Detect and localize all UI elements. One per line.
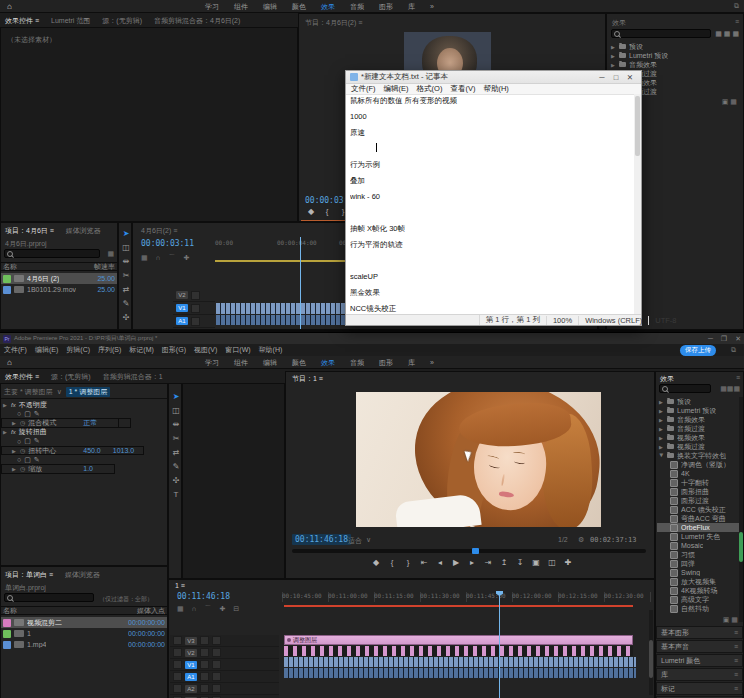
tool-button[interactable]: ➤ <box>123 229 130 238</box>
param-value-2[interactable]: 1013.0 <box>113 447 134 454</box>
tool-button[interactable]: ⇄ <box>123 285 130 294</box>
mask-pen-icon[interactable]: ✎ <box>34 437 40 445</box>
param-value[interactable]: 1.0 <box>83 465 93 472</box>
track-target-button[interactable]: V2 <box>185 649 197 657</box>
menu-item[interactable]: 查看(V) <box>450 84 475 94</box>
twirl-icon[interactable]: ▶ <box>3 429 8 435</box>
fx-badge-icon[interactable]: fx <box>11 402 16 408</box>
timeline-timecode[interactable]: 00:00:03:11 <box>141 239 194 248</box>
panel-options-icon[interactable]: ⧉ <box>734 2 739 10</box>
track-header[interactable]: A1 <box>173 315 215 328</box>
column-media-in[interactable]: 媒体入点 <box>137 606 165 616</box>
effects-tree-item[interactable]: ▶ 净调色（竖版） <box>657 460 739 469</box>
track-visibility-toggle[interactable] <box>200 648 209 657</box>
menu-item[interactable]: 标记(M) <box>129 345 154 355</box>
stacked-panel-tab[interactable]: 基本图形 ≡ <box>656 626 743 639</box>
project-search-input[interactable] <box>4 593 94 602</box>
effect-row[interactable]: ▶ fx ○ ▢ ✎ ◷ 扭转中心 450.0 1013.0 <box>1 446 144 455</box>
track-target-button[interactable]: A1 <box>185 673 197 681</box>
stacked-panel-tab[interactable]: Lumetri 颜色 ≡ <box>656 654 743 667</box>
program-timecode[interactable]: 00:11:46:18 <box>292 534 351 545</box>
workspace-tab[interactable]: 音频 <box>350 358 364 368</box>
mask-ellipse-icon[interactable]: ○ <box>17 438 21 445</box>
menu-item[interactable]: 剪辑(C) <box>66 345 90 355</box>
tool-button[interactable]: ⇹ <box>173 420 180 429</box>
list-view-icon[interactable]: ▦ <box>107 250 114 258</box>
mask-rect-icon[interactable]: ▢ <box>24 410 31 418</box>
tool-button[interactable]: ✣ <box>173 476 180 485</box>
stacked-panel-tab[interactable]: 库 ≡ <box>656 668 743 681</box>
master-clip-label[interactable]: 主要 * 调整图层 <box>4 387 53 397</box>
menu-item[interactable]: 编辑(E) <box>384 84 409 94</box>
twirl-icon[interactable]: ▶ <box>12 420 17 426</box>
transport-button[interactable]: } <box>400 558 416 567</box>
program-monitor-title[interactable]: 节目：4月6日(2) ≡ <box>305 18 362 28</box>
mask-rect-icon[interactable]: ▢ <box>24 437 31 445</box>
mark-in-button[interactable]: { <box>319 207 335 216</box>
workspace-tab[interactable]: 效果 <box>321 2 335 12</box>
transport-button[interactable]: ⇤ <box>416 558 432 567</box>
fx-badge-icon[interactable]: fx <box>11 429 16 435</box>
effects-search-input[interactable] <box>659 384 711 393</box>
effects-panel-title[interactable]: 效果 <box>612 18 626 28</box>
tool-button[interactable]: ◫ <box>122 243 130 252</box>
panel-options-icon[interactable]: ⧉ <box>731 346 736 354</box>
label-color-swatch[interactable] <box>3 286 11 294</box>
panel-tab[interactable]: 源：(无剪辑) <box>51 372 91 382</box>
twirl-icon[interactable]: ▶ <box>659 417 664 423</box>
fit-dropdown[interactable]: 适合 <box>348 536 362 546</box>
program-scrub-bar[interactable] <box>292 549 646 553</box>
project-item-row[interactable]: 4月6日 (2) 25.00 <box>1 273 117 284</box>
home-icon[interactable]: ⌂ <box>7 358 12 367</box>
panel-tab[interactable]: 音频剪辑混合器：1 <box>103 372 163 382</box>
mask-rect-icon[interactable]: ▢ <box>24 456 31 464</box>
project-breadcrumb[interactable]: 单词白.prproj <box>5 583 46 593</box>
twirl-icon[interactable]: ▶ <box>3 402 8 408</box>
twirl-icon[interactable]: ▶ <box>12 448 17 454</box>
effects-panel-title[interactable]: 效果 <box>660 374 674 384</box>
close-button[interactable]: ✕ <box>735 335 741 343</box>
menu-item[interactable]: 格式(O) <box>417 84 443 94</box>
track-target-button[interactable]: A2 <box>185 685 197 693</box>
track-visibility-toggle[interactable] <box>200 660 209 669</box>
project-search-input[interactable] <box>4 249 100 258</box>
timeline-scrollbar[interactable] <box>649 610 653 695</box>
mask-pen-icon[interactable]: ✎ <box>34 456 40 464</box>
clip-fragments-v1[interactable] <box>284 657 636 667</box>
twirl-icon[interactable]: ▶ <box>611 53 616 59</box>
project-item-row[interactable]: 1.mp4 00:00:00:00 <box>1 639 167 650</box>
menu-item[interactable]: 图形(G) <box>162 345 186 355</box>
scrub-playhead[interactable] <box>472 548 479 554</box>
transport-button[interactable]: ◂ <box>432 558 448 567</box>
menu-item[interactable]: 编辑(E) <box>35 345 58 355</box>
timeline-toggles[interactable]: ▦ ∩ ⌒ ✚ <box>141 253 192 263</box>
effects-tree-item[interactable]: ▶ 回弹 <box>657 559 739 568</box>
label-color-swatch[interactable] <box>3 619 11 627</box>
stacked-panel-tab[interactable]: 标记 ≡ <box>656 682 743 695</box>
menu-item[interactable]: 窗口(W) <box>225 345 250 355</box>
track-header[interactable]: V2 <box>170 647 279 659</box>
track-lock-toggle[interactable] <box>173 648 182 657</box>
track-visibility-toggle[interactable] <box>200 672 209 681</box>
track-header[interactable]: V2 <box>173 289 215 302</box>
track-sync-toggle[interactable] <box>212 660 221 669</box>
tool-button[interactable]: ✣ <box>123 313 130 322</box>
column-fps[interactable]: 帧速率 <box>94 262 115 272</box>
track-sync-toggle[interactable] <box>212 648 221 657</box>
workspace-tab[interactable]: 编辑 <box>263 358 277 368</box>
effect-row[interactable]: ▶ fx ○ ▢ ✎ ◷ <box>1 437 167 446</box>
project-breadcrumb[interactable]: 4月6日.prproj <box>5 239 47 249</box>
panel-tab[interactable]: Lumetri 范围 <box>51 16 90 26</box>
effects-tree-item[interactable]: ▶ Lumetri 失色 <box>657 532 739 541</box>
track-header[interactable]: V1 <box>170 659 279 671</box>
tool-button[interactable]: ➤ <box>173 392 180 401</box>
titlebar[interactable]: Pr Adobe Premiere Pro 2021 - D:\PR项目\单词白… <box>0 333 744 344</box>
playhead[interactable] <box>499 592 500 698</box>
track-header[interactable]: V3 <box>170 635 279 647</box>
home-icon[interactable]: ⌂ <box>7 2 12 11</box>
effects-tree-item[interactable]: ▶ Mosaic <box>657 541 739 550</box>
minimize-button[interactable]: ─ <box>595 73 609 82</box>
workspace-tab[interactable]: 颜色 <box>292 358 306 368</box>
maximize-button[interactable]: ❐ <box>721 335 727 343</box>
effects-search-input[interactable] <box>611 29 711 38</box>
